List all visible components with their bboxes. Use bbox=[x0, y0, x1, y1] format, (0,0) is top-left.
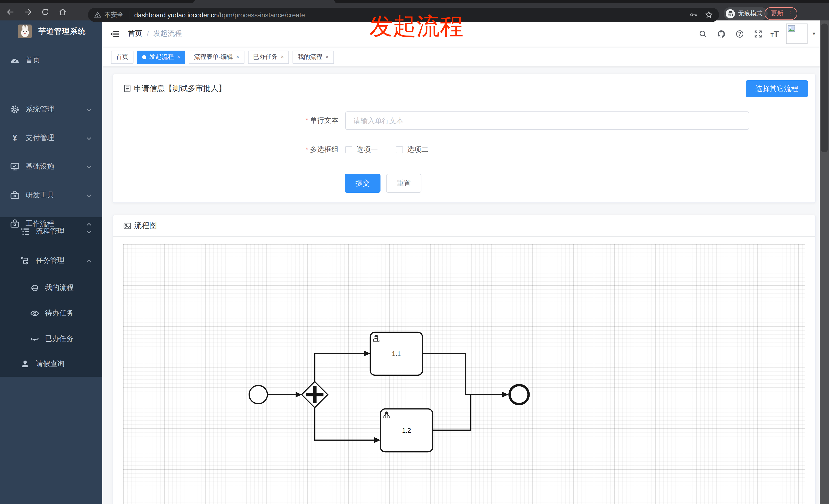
form-actions-row: 提交 重置 bbox=[345, 174, 422, 193]
panel-title: 申请信息【测试多审批人】 bbox=[134, 84, 226, 93]
browser-back-button[interactable] bbox=[3, 5, 17, 19]
update-label: 更新 bbox=[771, 9, 784, 18]
sidebar-item-label: 我的流程 bbox=[45, 283, 74, 293]
incognito-label: 无痕模式 bbox=[738, 9, 762, 18]
github-icon[interactable] bbox=[715, 28, 727, 40]
field-label: *单行文本 bbox=[215, 116, 338, 125]
sidebar-item-label: 基础设施 bbox=[26, 162, 54, 171]
browser-forward-button[interactable] bbox=[21, 5, 35, 19]
document-icon bbox=[123, 84, 132, 92]
sidebar-item-label: 系统管理 bbox=[26, 105, 54, 114]
checkbox-option-1[interactable] bbox=[345, 146, 352, 153]
sidebar: 芋道管理系统 首页 系统管理 ¥ 支付管理 基础设施 研发工具 bbox=[0, 21, 102, 504]
flow-icon bbox=[21, 256, 30, 265]
tab-form-edit[interactable]: 流程表单-编辑× bbox=[189, 50, 245, 64]
user-icon bbox=[21, 359, 30, 369]
fullscreen-icon[interactable] bbox=[752, 28, 764, 40]
sidebar-item-label: 请假查询 bbox=[36, 359, 65, 369]
chevron-down-icon bbox=[86, 163, 92, 170]
avatar[interactable] bbox=[786, 24, 807, 44]
sidebar-item-label: 待办任务 bbox=[45, 309, 74, 318]
breadcrumb-home[interactable]: 首页 bbox=[128, 29, 142, 38]
close-icon[interactable]: × bbox=[281, 54, 284, 60]
sidebar-item-done-tasks[interactable]: 已办任务 bbox=[0, 326, 102, 352]
chevron-down-icon bbox=[86, 106, 92, 112]
browser-reload-button[interactable] bbox=[38, 5, 52, 19]
sidebar-item-label: 支付管理 bbox=[26, 133, 54, 143]
search-icon[interactable] bbox=[697, 28, 709, 40]
omnibox-divider bbox=[129, 11, 129, 19]
avatar-caret-icon[interactable]: ▼ bbox=[812, 31, 816, 36]
sidebar-item-label: 研发工具 bbox=[26, 191, 54, 200]
panel-title: 流程图 bbox=[134, 221, 157, 231]
sidebar-item-devtools[interactable]: 研发工具 bbox=[0, 183, 102, 208]
page-scrollbar[interactable] bbox=[820, 21, 829, 504]
checkbox-label-2[interactable]: 选项二 bbox=[407, 145, 429, 154]
sidebar-item-process-management[interactable]: 流程管理 bbox=[0, 219, 102, 244]
checkbox-label-1[interactable]: 选项一 bbox=[356, 145, 378, 154]
close-icon[interactable]: × bbox=[326, 54, 329, 60]
browser-tabstrip bbox=[0, 0, 829, 3]
yen-icon: ¥ bbox=[10, 133, 20, 143]
sidebar-item-home[interactable]: 首页 bbox=[0, 47, 102, 73]
reset-button[interactable]: 重置 bbox=[386, 174, 422, 193]
sidebar-item-leave-query[interactable]: 请假查询 bbox=[0, 351, 102, 377]
browser-update-button[interactable]: 更新 ⋮ bbox=[764, 7, 797, 20]
sidebar-logo[interactable]: 芋道管理系统 bbox=[0, 21, 102, 42]
breadcrumb-current: 发起流程 bbox=[153, 29, 182, 38]
diagram-header: 流程图 bbox=[113, 215, 815, 237]
sidebar-item-system[interactable]: 系统管理 bbox=[0, 96, 102, 122]
process-diagram-panel: 流程图 bbox=[112, 215, 816, 504]
sidebar-item-label: 流程管理 bbox=[36, 227, 65, 236]
chevron-down-icon bbox=[86, 229, 92, 235]
sidebar-item-my-process[interactable]: 我的流程 bbox=[0, 275, 102, 301]
tags-view-bar: 首页 发起流程× 流程表单-编辑× 已办任务× 我的流程× bbox=[102, 47, 829, 67]
app-header: 首页 / 发起流程 TT ▼ bbox=[102, 21, 829, 47]
eye-icon bbox=[30, 309, 39, 318]
task-label: 1.2 bbox=[402, 427, 411, 434]
url-path: /bpm/process-instance/create bbox=[218, 11, 305, 18]
sidebar-item-payment[interactable]: ¥ 支付管理 bbox=[0, 125, 102, 151]
browser-active-tab[interactable] bbox=[193, 0, 335, 3]
breadcrumb-separator: / bbox=[147, 30, 149, 38]
monitor-icon bbox=[10, 162, 20, 171]
broken-image-icon bbox=[788, 25, 796, 33]
logo-bunny-image bbox=[18, 24, 32, 38]
browser-home-button[interactable] bbox=[55, 5, 70, 19]
chevron-down-icon bbox=[86, 192, 92, 198]
face-icon bbox=[30, 283, 39, 293]
active-dot bbox=[142, 55, 146, 59]
tab-done-tasks[interactable]: 已办任务× bbox=[248, 50, 289, 64]
tab-home[interactable]: 首页 bbox=[111, 50, 134, 64]
sidebar-item-todo-tasks[interactable]: 待办任务 bbox=[0, 301, 102, 326]
close-icon[interactable]: × bbox=[177, 54, 180, 60]
picture-icon bbox=[123, 222, 132, 230]
password-key-icon[interactable] bbox=[682, 11, 697, 19]
single-line-text-input[interactable] bbox=[345, 111, 749, 130]
bpmn-canvas[interactable]: 1.1 1.2 bbox=[123, 244, 805, 504]
bookmark-star-icon[interactable] bbox=[697, 11, 713, 19]
sidebar-item-label: 首页 bbox=[26, 56, 40, 65]
scrollbar-thumb[interactable] bbox=[821, 24, 828, 152]
browser-menu-icon[interactable]: ⋮ bbox=[787, 10, 793, 17]
font-size-icon[interactable]: TT bbox=[770, 29, 779, 38]
tab-my-process[interactable]: 我的流程× bbox=[293, 50, 334, 64]
field-label: *多选框组 bbox=[215, 145, 338, 154]
start-event[interactable] bbox=[249, 385, 267, 403]
security-label[interactable]: 不安全 bbox=[104, 10, 123, 19]
help-icon[interactable] bbox=[734, 28, 746, 40]
text-field-row: *单行文本 bbox=[215, 111, 749, 130]
annotation-text: 发起流程 bbox=[369, 13, 463, 39]
end-event[interactable] bbox=[510, 385, 529, 404]
sidebar-item-task-management[interactable]: 任务管理 bbox=[0, 248, 102, 273]
close-icon[interactable]: × bbox=[236, 54, 239, 60]
flow-gateway-to-task2 bbox=[315, 408, 374, 440]
choose-other-process-button[interactable]: 选择其它流程 bbox=[746, 80, 808, 97]
tab-start-process[interactable]: 发起流程× bbox=[137, 50, 185, 64]
sidebar-item-infrastructure[interactable]: 基础设施 bbox=[0, 154, 102, 180]
checkbox-option-2[interactable] bbox=[396, 146, 403, 153]
chevron-up-icon bbox=[86, 258, 92, 264]
breadcrumb: 首页 / 发起流程 bbox=[128, 21, 182, 47]
sidebar-collapse-icon[interactable] bbox=[107, 27, 121, 40]
submit-button[interactable]: 提交 bbox=[345, 174, 381, 193]
